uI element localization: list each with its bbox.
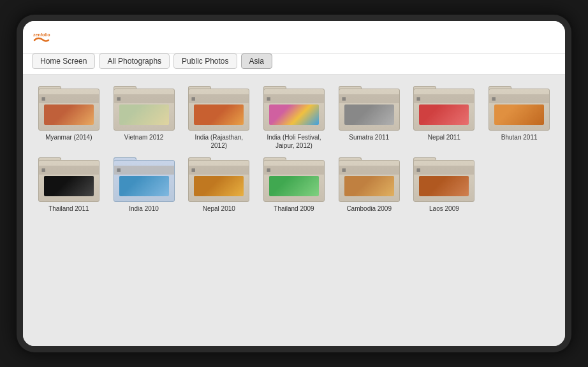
folder-icon: ▦: [489, 82, 550, 131]
folder-label-strip: ▦: [264, 166, 324, 175]
folder-item-nepal2011[interactable]: ▦ Nepal 2011: [412, 82, 476, 150]
folder-icon: ▦: [114, 82, 175, 131]
folder-body: ▦: [188, 160, 249, 202]
folder-item-myanmar[interactable]: ▦ Myanmar (2014): [37, 82, 101, 150]
folder-item-thailand2011[interactable]: ▦ Thailand 2011: [37, 154, 101, 213]
svg-text:zenfolio: zenfolio: [33, 32, 50, 37]
folder-item-vietnam[interactable]: ▦ Vietnam 2012: [112, 82, 176, 150]
folder-item-india2010[interactable]: ▦ India 2010: [112, 154, 176, 213]
folder-label-strip: ▦: [414, 166, 474, 175]
folder-name: Thailand 2009: [274, 205, 314, 213]
folder-body: ▦: [38, 89, 99, 131]
header: zenfolio: [23, 21, 565, 54]
folder-body: ▦: [489, 89, 550, 131]
folder-thumb: [344, 176, 394, 196]
folder-icon: ▦: [263, 82, 325, 131]
folder-icon: ▦: [413, 82, 474, 131]
folder-label-strip: ▦: [114, 94, 174, 103]
folder-item-india-raj[interactable]: ▦ India (Rajasthan, 2012): [187, 82, 251, 150]
folder-name: Cambodia 2009: [346, 205, 392, 213]
folder-thumb: [119, 176, 169, 196]
folder-name: Thailand 2011: [48, 205, 89, 213]
folder-thumb: [494, 104, 544, 125]
folder-label-strip: ▦: [189, 94, 249, 103]
folder-name: India (Rajasthan, 2012): [188, 133, 249, 150]
folder-label-strip: ▦: [39, 166, 99, 175]
folder-name: Nepal 2011: [428, 133, 460, 141]
folder-thumb: [344, 104, 394, 125]
folder-name: Bhutan 2011: [501, 133, 538, 141]
folder-icon: ▦: [38, 82, 99, 131]
folder-body: ▦: [114, 89, 175, 131]
folder-thumb: [269, 176, 319, 196]
folder-label-strip: ▦: [39, 94, 99, 103]
folder-thumb: [44, 176, 94, 196]
tab-asia[interactable]: Asia: [241, 54, 272, 69]
folder-item-bhutan[interactable]: ▦ Bhutan 2011: [487, 82, 551, 150]
folder-label-strip: ▦: [189, 166, 249, 175]
tab-home[interactable]: Home Screen: [32, 54, 95, 69]
folder-label-strip: ▦: [264, 94, 324, 103]
folder-item-laos[interactable]: ▦ Laos 2009: [412, 154, 476, 213]
folder-body: ▦: [339, 160, 400, 202]
tab-public[interactable]: Public Photos: [173, 54, 237, 69]
folder-icon: ▦: [188, 154, 249, 202]
folder-item-thailand2009[interactable]: ▦ Thailand 2009: [262, 154, 326, 213]
more-menu-icon[interactable]: [551, 27, 556, 32]
folder-label-strip: ▦: [489, 94, 549, 103]
folder-icon: ▦: [339, 154, 400, 202]
folder-name: India (Holi Festival, Jaipur, 2012): [263, 133, 325, 150]
folder-name: Myanmar (2014): [45, 133, 92, 141]
folder-icon: ▦: [114, 154, 175, 202]
folder-thumb: [269, 104, 319, 125]
screen: zenfolio Home ScreenAll PhotographsPubli…: [23, 21, 565, 346]
folder-thumb: [44, 104, 94, 125]
folder-body: ▦: [339, 89, 400, 131]
folder-icon: ▦: [38, 154, 99, 202]
folder-name: Vietnam 2012: [124, 133, 164, 141]
folder-grid: ▦ Myanmar (2014) ▦ Vietnam 2012 ▦: [33, 82, 555, 213]
folder-label-strip: ▦: [339, 94, 399, 103]
nav-tabs: Home ScreenAll PhotographsPublic PhotosA…: [23, 54, 565, 75]
folder-body: ▦: [263, 89, 325, 131]
folder-body: ▦: [38, 160, 99, 202]
folder-name: Nepal 2010: [203, 205, 235, 213]
folder-icon: ▦: [263, 154, 325, 202]
folder-label-strip: ▦: [414, 94, 474, 103]
folder-thumb: [419, 104, 469, 125]
folder-icon: ▦: [413, 154, 474, 202]
folder-thumb: [194, 176, 244, 196]
folder-body: ▦: [114, 160, 175, 202]
folder-icon: ▦: [188, 82, 249, 131]
folder-name: Laos 2009: [429, 205, 459, 213]
folder-thumb: [419, 176, 469, 196]
folder-item-india-holi[interactable]: ▦ India (Holi Festival, Jaipur, 2012): [262, 82, 326, 150]
folder-name: India 2010: [129, 205, 159, 213]
folder-body: ▦: [263, 160, 325, 202]
tab-photographs[interactable]: All Photographs: [99, 54, 170, 69]
content-area: ▦ Myanmar (2014) ▦ Vietnam 2012 ▦: [23, 75, 565, 346]
folder-thumb: [194, 104, 244, 125]
folder-item-nepal2010[interactable]: ▦ Nepal 2010: [187, 154, 251, 213]
device-frame: zenfolio Home ScreenAll PhotographsPubli…: [17, 15, 571, 352]
folder-body: ▦: [188, 89, 249, 131]
header-left: zenfolio: [32, 27, 56, 48]
folder-name: Sumatra 2011: [349, 133, 389, 141]
folder-body: ▦: [413, 160, 474, 202]
folder-thumb: [119, 104, 169, 125]
folder-label-strip: ▦: [114, 166, 174, 175]
folder-icon: ▦: [339, 82, 400, 131]
folder-body: ▦: [413, 89, 474, 131]
folder-label-strip: ▦: [339, 166, 399, 175]
zenfolio-logo: zenfolio: [32, 29, 51, 48]
folder-item-sumatra[interactable]: ▦ Sumatra 2011: [337, 82, 401, 150]
folder-item-cambodia[interactable]: ▦ Cambodia 2009: [337, 154, 401, 213]
